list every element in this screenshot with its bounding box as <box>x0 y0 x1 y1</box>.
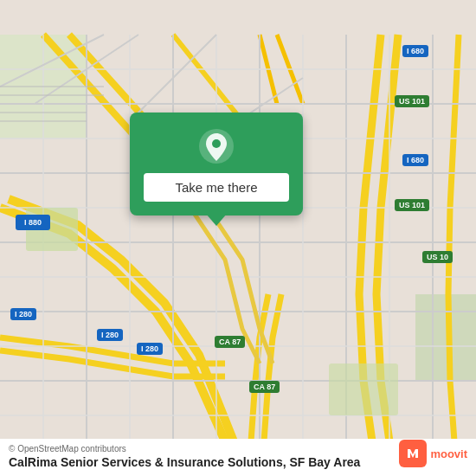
svg-point-40 <box>212 139 221 148</box>
badge-i280-mid: I 280 <box>97 329 123 341</box>
svg-rect-38 <box>329 363 398 415</box>
badge-i680-mid: I 680 <box>402 154 428 166</box>
badge-ca87-bot2: CA 87 <box>249 381 280 393</box>
moovit-text: moovit <box>430 447 467 460</box>
badge-i880: I 880 <box>16 215 50 230</box>
moovit-icon <box>399 440 427 467</box>
badge-us101-mid: US 101 <box>395 199 429 211</box>
badge-ca87-bot: CA 87 <box>215 336 245 348</box>
badge-us101-bot: US 10 <box>422 251 453 263</box>
map-background <box>0 0 476 476</box>
location-popup: Take me there <box>130 113 303 215</box>
badge-us101-top: US 101 <box>395 95 429 107</box>
badge-i680-top: I 680 <box>402 45 428 57</box>
map-container: I 880 I 680 US 101 I 680 US 101 I 280 I … <box>0 0 476 476</box>
take-me-there-button[interactable]: Take me there <box>144 173 289 202</box>
badge-i280-bot: I 280 <box>137 343 163 355</box>
badge-i280-left: I 280 <box>10 308 36 320</box>
location-pin-icon <box>198 128 235 164</box>
moovit-logo: moovit <box>399 440 467 467</box>
